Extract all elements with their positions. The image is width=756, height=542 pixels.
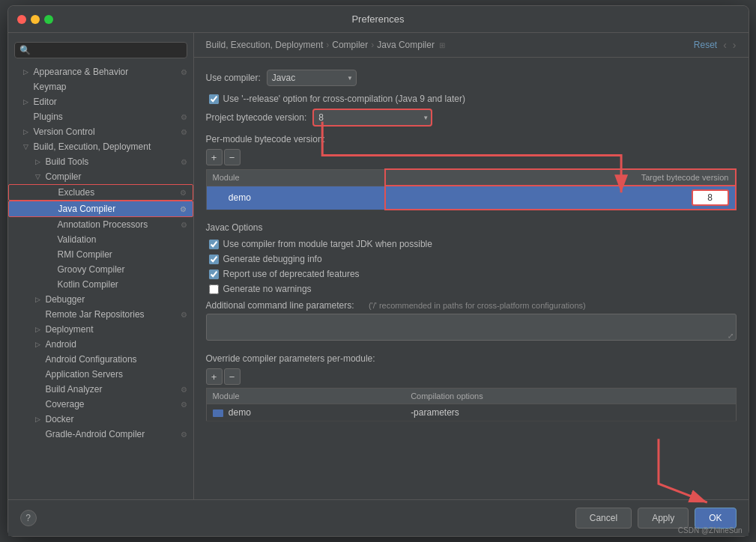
sidebar-item-label: Docker [46, 414, 74, 424]
breadcrumb: Build, Execution, Deployment › Compiler … [194, 33, 749, 58]
help-button[interactable]: ? [20, 510, 37, 526]
option-row-0: Use compiler from module target JDK when… [206, 239, 737, 249]
sidebar-item-label: Java Compiler [58, 204, 116, 214]
sidebar-item-java-compiler[interactable]: ▷ Java Compiler ⚙ [8, 201, 193, 217]
sidebar-item-label: Gradle-Android Compiler [46, 429, 145, 439]
gear-icon: ⚙ [181, 386, 187, 394]
option-checkbox-1[interactable] [209, 255, 219, 264]
sidebar-item-build-exec-deploy[interactable]: ▽ Build, Execution, Deployment [8, 139, 193, 154]
override-section: Override compiler parameters per-module:… [206, 353, 737, 421]
apply-button[interactable]: Apply [638, 508, 689, 529]
gear-icon: ⚙ [181, 158, 187, 166]
breadcrumb-path1: Build, Execution, Deployment [206, 40, 324, 50]
window-controls [17, 15, 53, 24]
close-button[interactable] [17, 15, 26, 24]
gear-icon: ⚙ [181, 311, 187, 319]
sidebar-item-annotation-processors[interactable]: ▷ Annotation Processors ⚙ [8, 217, 193, 232]
additional-cmd-label: Additional command line parameters: [206, 300, 354, 311]
table-row: demo -parameters [206, 404, 736, 421]
sidebar-item-label: RMI Compiler [58, 249, 112, 260]
option-label-0: Use compiler from module target JDK when… [223, 239, 432, 249]
sidebar-item-gradle-android[interactable]: ▷ Gradle-Android Compiler ⚙ [8, 427, 193, 442]
sidebar-item-android-configs[interactable]: ▷ Android Configurations [8, 352, 193, 367]
search-input[interactable] [19, 45, 182, 55]
dialog-title: Preferences [351, 13, 404, 25]
sidebar-item-label: Application Servers [46, 369, 123, 380]
sidebar-item-docker[interactable]: ▷ Docker [8, 412, 193, 427]
reset-button[interactable]: Reset [694, 40, 717, 50]
add-override-button[interactable]: + [206, 368, 223, 385]
collapse-arrow-icon: ▽ [23, 143, 32, 150]
expand-icon[interactable]: ⤢ [728, 332, 734, 340]
target-version-cell [385, 186, 736, 210]
use-compiler-row: Use compiler: Javac Eclipse Ajc [206, 70, 737, 86]
module-name-cell: demo [206, 186, 385, 210]
sidebar-item-label: Groovy Compiler [58, 264, 125, 275]
sidebar-item-validation[interactable]: ▷ Validation [8, 232, 193, 247]
sidebar-item-appearance[interactable]: ▷ Appearance & Behavior ⚙ [8, 64, 193, 79]
option-row-1: Generate debugging info [206, 254, 737, 264]
gear-icon: ⚙ [180, 189, 187, 197]
ok-button[interactable]: OK [695, 508, 736, 529]
forward-nav-icon[interactable]: › [733, 39, 737, 51]
compiler-select[interactable]: Javac Eclipse Ajc [267, 70, 357, 86]
sidebar-item-kotlin-compiler[interactable]: ▷ Kotlin Compiler [8, 277, 193, 292]
minimize-button[interactable] [31, 15, 40, 24]
bottom-right: Cancel Apply OK [575, 508, 737, 529]
target-version-col-header: Target bytecode version [385, 169, 736, 186]
search-box[interactable] [14, 42, 187, 58]
breadcrumb-path2: Compiler [332, 40, 368, 50]
params-input[interactable] [206, 314, 737, 341]
override-table: Module Compilation options demo -paramet… [206, 388, 737, 421]
sidebar-item-build-tools[interactable]: ▷ Build Tools ⚙ [8, 154, 193, 169]
javac-options-section: Javac Options Use compiler from module t… [206, 222, 737, 343]
sidebar-item-label: Coverage [46, 399, 85, 409]
remove-override-button[interactable]: − [224, 368, 241, 385]
module-col-header: Module [206, 169, 385, 186]
sidebar-item-debugger[interactable]: ▷ Debugger [8, 292, 193, 307]
collapse-arrow-icon: ▽ [35, 173, 44, 180]
sidebar-item-rmi-compiler[interactable]: ▷ RMI Compiler [8, 247, 193, 262]
option-label-2: Report use of deprecated features [223, 269, 360, 279]
sidebar-item-label: Excludes [58, 187, 95, 198]
breadcrumb-arrow2: › [371, 40, 374, 50]
sidebar-item-label: Android Configurations [46, 354, 137, 365]
sidebar-item-label: Kotlin Compiler [58, 279, 118, 290]
sidebar-item-remote-jar[interactable]: ▷ Remote Jar Repositories ⚙ [8, 307, 193, 322]
add-module-button[interactable]: + [206, 149, 223, 165]
sidebar-item-version-control[interactable]: ▷ Version Control ⚙ [8, 124, 193, 139]
option-checkbox-2[interactable] [209, 270, 219, 279]
expand-arrow-icon: ▷ [23, 98, 32, 106]
option-row-3: Generate no warnings [206, 284, 737, 294]
compiler-select-wrapper: Javac Eclipse Ajc [267, 70, 357, 86]
expand-arrow-icon: ▷ [35, 296, 44, 303]
option-checkbox-0[interactable] [209, 240, 219, 249]
sidebar-item-editor[interactable]: ▷ Editor [8, 94, 193, 109]
sidebar-item-coverage[interactable]: ▷ Coverage ⚙ [8, 397, 193, 412]
sidebar-item-build-analyzer[interactable]: ▷ Build Analyzer ⚙ [8, 382, 193, 397]
sidebar-item-compiler[interactable]: ▽ Compiler [8, 169, 193, 184]
sidebar-item-plugins[interactable]: ▷ Plugins ⚙ [8, 109, 193, 124]
maximize-button[interactable] [44, 15, 53, 24]
sidebar-item-label: Remote Jar Repositories [46, 309, 145, 320]
module-table-toolbar: + − [206, 149, 737, 165]
project-bytecode-row: Project bytecode version: 8 9 10 11 17 [206, 109, 737, 127]
release-option-checkbox[interactable] [209, 94, 219, 104]
sidebar-item-groovy-compiler[interactable]: ▷ Groovy Compiler [8, 262, 193, 277]
project-bytecode-select[interactable]: 8 9 10 11 17 [312, 109, 432, 127]
sidebar-item-deployment[interactable]: ▷ Deployment [8, 322, 193, 337]
option-checkbox-3[interactable] [209, 284, 219, 294]
sidebar-item-app-servers[interactable]: ▷ Application Servers [8, 367, 193, 382]
breadcrumb-icon: ⊞ [439, 41, 445, 49]
sidebar-item-keymap[interactable]: ▷ Keymap [8, 79, 193, 94]
cancel-button[interactable]: Cancel [575, 508, 632, 529]
back-nav-icon[interactable]: ‹ [723, 39, 727, 51]
gear-icon: ⚙ [180, 205, 187, 213]
gear-icon: ⚙ [181, 221, 187, 229]
release-option-label: Use '--release' option for cross-compila… [223, 94, 465, 104]
sidebar-item-android[interactable]: ▷ Android [8, 337, 193, 352]
target-version-input[interactable] [692, 189, 729, 206]
option-row-2: Report use of deprecated features [206, 269, 737, 279]
sidebar-item-excludes[interactable]: ▷ Excludes ⚙ [8, 184, 193, 201]
remove-module-button[interactable]: − [224, 149, 241, 165]
